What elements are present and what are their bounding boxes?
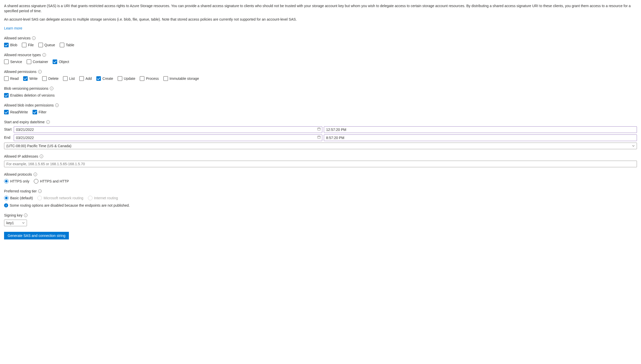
checkbox-label: Container — [33, 59, 48, 65]
radio-icon — [4, 196, 9, 200]
info-badge-icon: i — [4, 203, 8, 207]
datetime-section: Start and expiry date/time i Start End — [4, 119, 637, 149]
permission-checkbox-update[interactable]: Update — [118, 76, 135, 81]
allowed-services-section: Allowed services i BlobFileQueueTable — [4, 36, 637, 48]
routing-radio-basic-default-[interactable]: Basic (default) — [4, 195, 33, 201]
allowed-resource-types-label: Allowed resource types — [4, 52, 41, 58]
info-icon[interactable]: i — [50, 87, 53, 90]
end-label: End — [4, 135, 12, 140]
checkbox-label: Blob — [10, 42, 17, 48]
radio-icon — [34, 179, 38, 184]
blob-index-section: Allowed blob index permissions i Read/Wr… — [4, 103, 637, 115]
radio-icon — [88, 196, 93, 200]
permission-checkbox-create[interactable]: Create — [96, 76, 113, 81]
checkbox-label: Filter — [39, 110, 47, 115]
checkbox-icon — [118, 76, 122, 81]
info-icon[interactable]: i — [38, 189, 42, 193]
info-icon[interactable]: i — [34, 173, 37, 176]
checkbox-label: Create — [102, 76, 113, 81]
permission-checkbox-immutable-storage[interactable]: Immutable storage — [163, 76, 199, 81]
checkbox-label: Process — [146, 76, 159, 81]
signing-key-section: Signing key i — [4, 213, 637, 226]
blob-index-label: Allowed blob index permissions — [4, 103, 54, 108]
intro-paragraph-2: An account-level SAS can delegate access… — [4, 17, 637, 22]
checkbox-icon — [23, 76, 28, 81]
service-checkbox-file[interactable]: File — [22, 42, 34, 48]
info-icon[interactable]: i — [40, 155, 43, 158]
checkbox-label: Enables deletion of versions — [10, 93, 55, 98]
checkbox-icon — [4, 76, 9, 81]
permission-checkbox-write[interactable]: Write — [23, 76, 37, 81]
learn-more-link[interactable]: Learn more — [4, 26, 22, 30]
checkbox-label: Service — [10, 59, 22, 65]
resource-type-checkbox-service[interactable]: Service — [4, 59, 22, 65]
info-icon[interactable]: i — [42, 53, 46, 57]
checkbox-icon — [4, 110, 9, 114]
radio-label: Basic (default) — [10, 195, 33, 201]
checkbox-label: Add — [85, 76, 92, 81]
signing-key-select[interactable] — [4, 220, 27, 226]
blob-index-checkbox-filter[interactable]: Filter — [33, 110, 47, 115]
timezone-select[interactable] — [4, 143, 637, 149]
permission-checkbox-process[interactable]: Process — [140, 76, 159, 81]
routing-info-text: Some routing options are disabled becaus… — [10, 203, 130, 208]
checkbox-label: File — [28, 42, 34, 48]
checkbox-icon — [4, 59, 9, 64]
checkbox-icon — [38, 43, 43, 47]
resource-type-checkbox-container[interactable]: Container — [27, 59, 48, 65]
info-icon[interactable]: i — [24, 214, 27, 217]
checkbox-icon — [53, 59, 57, 64]
checkbox-icon — [4, 93, 9, 98]
generate-sas-button[interactable]: Generate SAS and connection string — [4, 232, 69, 239]
resource-type-checkbox-object[interactable]: Object — [53, 59, 69, 65]
blob-versioning-section: Blob versioning permissions i Enables de… — [4, 86, 637, 98]
routing-radio-internet-routing: Internet routing — [88, 195, 118, 201]
allowed-permissions-label: Allowed permissions — [4, 69, 37, 74]
checkbox-label: Object — [59, 59, 69, 65]
start-time-input[interactable] — [324, 126, 637, 133]
permission-checkbox-list[interactable]: List — [63, 76, 75, 81]
checkbox-icon — [22, 43, 26, 47]
start-label: Start — [4, 127, 12, 132]
intro-paragraph-1: A shared access signature (SAS) is a URI… — [4, 4, 637, 13]
checkbox-icon — [96, 76, 101, 81]
permission-checkbox-add[interactable]: Add — [79, 76, 92, 81]
radio-label: HTTPS only — [10, 179, 29, 184]
routing-tier-section: Preferred routing tier i Basic (default)… — [4, 189, 637, 208]
checkbox-label: List — [69, 76, 75, 81]
end-time-input[interactable] — [324, 134, 637, 141]
service-checkbox-blob[interactable]: Blob — [4, 42, 17, 48]
permission-checkbox-delete[interactable]: Delete — [42, 76, 58, 81]
intro-text: A shared access signature (SAS) is a URI… — [4, 4, 637, 31]
checkbox-icon — [163, 76, 168, 81]
info-icon[interactable]: i — [55, 103, 59, 107]
checkbox-icon — [4, 43, 9, 47]
start-date-input[interactable] — [14, 126, 322, 133]
checkbox-label: Update — [124, 76, 135, 81]
blob-versioning-label: Blob versioning permissions — [4, 86, 48, 91]
checkbox-label: Read — [10, 76, 19, 81]
info-icon[interactable]: i — [38, 70, 42, 73]
checkbox-icon — [60, 43, 64, 47]
service-checkbox-table[interactable]: Table — [60, 42, 74, 48]
end-date-input[interactable] — [14, 134, 322, 141]
versioning-checkbox-enables-deletion-of-versions[interactable]: Enables deletion of versions — [4, 93, 55, 98]
checkbox-label: Write — [29, 76, 37, 81]
checkbox-icon — [27, 59, 31, 64]
service-checkbox-queue[interactable]: Queue — [38, 42, 55, 48]
radio-label: Microsoft network routing — [43, 195, 83, 201]
allowed-services-label: Allowed services — [4, 36, 30, 41]
blob-index-checkbox-read-write[interactable]: Read/Write — [4, 110, 28, 115]
permission-checkbox-read[interactable]: Read — [4, 76, 19, 81]
checkbox-label: Queue — [44, 42, 55, 48]
checkbox-label: Immutable storage — [170, 76, 199, 81]
info-icon[interactable]: i — [46, 120, 50, 124]
info-icon[interactable]: i — [32, 36, 36, 40]
protocol-radio-https-only[interactable]: HTTPS only — [4, 179, 29, 184]
datetime-label: Start and expiry date/time — [4, 119, 45, 125]
allowed-permissions-section: Allowed permissions i ReadWriteDeleteLis… — [4, 69, 637, 81]
allowed-ip-input[interactable] — [4, 161, 637, 167]
checkbox-icon — [42, 76, 47, 81]
signing-key-label: Signing key — [4, 213, 22, 218]
protocol-radio-https-and-http[interactable]: HTTPS and HTTP — [34, 179, 69, 184]
